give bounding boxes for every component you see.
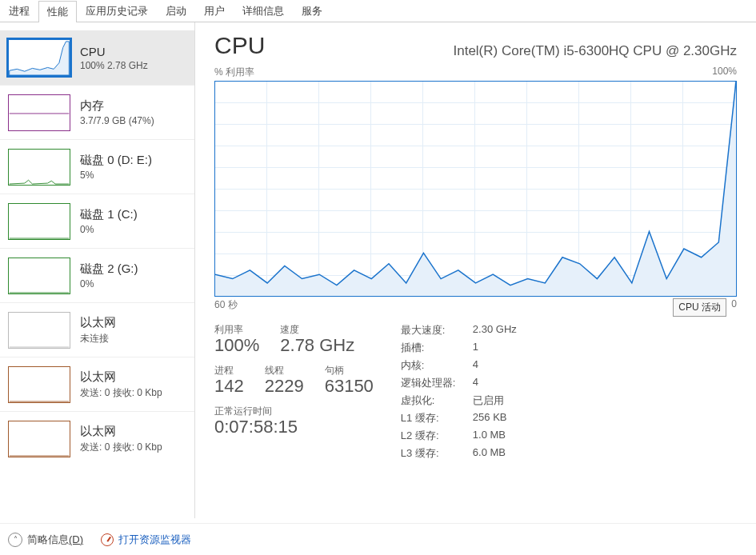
tab-性能[interactable]: 性能: [38, 1, 77, 22]
spec-row: 虚拟化:已启用: [401, 393, 517, 411]
chart-xright: 0: [731, 298, 737, 312]
cpu-chart-svg: [215, 82, 736, 296]
spec-row: L1 缓存:256 KB: [401, 411, 517, 429]
tab-应用历史记录[interactable]: 应用历史记录: [77, 0, 157, 22]
sidebar-item-4[interactable]: 磁盘 2 (G:)0%: [0, 248, 194, 302]
sidebar-title: 磁盘 0 (D: E:): [80, 153, 152, 168]
tab-详细信息[interactable]: 详细信息: [234, 0, 293, 22]
cpu-detail-pane: CPU Intel(R) Core(TM) i5-6300HQ CPU @ 2.…: [195, 22, 756, 518]
sidebar-item-7[interactable]: 以太网发送: 0 接收: 0 Kbp: [0, 411, 194, 465]
tab-启动[interactable]: 启动: [157, 0, 195, 22]
sidebar-title: 以太网: [80, 315, 116, 330]
sidebar-thumb-icon: [8, 366, 70, 403]
resource-monitor-icon: [101, 533, 114, 546]
sidebar-thumb-icon: [8, 39, 70, 76]
cpu-chart[interactable]: CPU 活动: [214, 81, 737, 297]
sidebar-item-3[interactable]: 磁盘 1 (C:)0%: [0, 194, 194, 248]
tab-服务[interactable]: 服务: [293, 0, 331, 22]
sidebar-item-2[interactable]: 磁盘 0 (D: E:)5%: [0, 139, 194, 194]
spec-row: 内核:4: [401, 358, 517, 376]
footer-bar: ˄ 简略信息(D) 打开资源监视器: [0, 523, 756, 555]
sidebar-thumb-icon: [8, 312, 70, 349]
sidebar-subtitle: 100% 2.78 GHz: [80, 60, 148, 71]
sidebar-subtitle: 发送: 0 接收: 0 Kbp: [80, 386, 162, 400]
cpu-specs: 最大速度:2.30 GHz插槽:1内核:4逻辑处理器:4虚拟化:已启用L1 缓存…: [401, 323, 517, 464]
sidebar-subtitle: 发送: 0 接收: 0 Kbp: [80, 441, 162, 454]
sidebar-thumb-icon: [8, 421, 70, 457]
tab-bar: 进程性能应用历史记录启动用户详细信息服务: [0, 0, 756, 22]
sidebar-title: 以太网: [80, 424, 162, 439]
sidebar-item-1[interactable]: 内存3.7/7.9 GB (47%): [0, 85, 194, 139]
sidebar-thumb-icon: [8, 203, 70, 240]
stat-进程: 进程142: [214, 364, 244, 397]
spec-row: 最大速度:2.30 GHz: [401, 323, 517, 341]
chart-xleft: 60 秒: [214, 298, 238, 312]
sidebar-subtitle: 5%: [80, 170, 152, 181]
stat-线程: 线程2229: [265, 364, 304, 397]
sidebar-subtitle: 未连接: [80, 332, 116, 345]
sidebar-subtitle: 3.7/7.9 GB (47%): [80, 115, 154, 126]
cpu-model: Intel(R) Core(TM) i5-6300HQ CPU @ 2.30GH…: [453, 43, 737, 59]
stat-句柄: 句柄63150: [325, 364, 374, 397]
spec-row: 插槽:1: [401, 341, 517, 358]
sidebar-title: 内存: [80, 98, 154, 114]
sidebar-thumb-icon: [8, 94, 70, 131]
sidebar-item-5[interactable]: 以太网未连接: [0, 302, 194, 357]
stat-速度: 速度2.78 GHz: [280, 323, 354, 356]
open-resource-monitor-link[interactable]: 打开资源监视器: [118, 533, 191, 547]
chart-ylabel: % 利用率: [214, 66, 254, 79]
tab-进程[interactable]: 进程: [0, 0, 38, 22]
spec-row: L2 缓存:1.0 MB: [401, 429, 517, 446]
chart-ymax: 100%: [712, 66, 737, 79]
uptime-value: 0:07:58:15: [214, 417, 374, 437]
sidebar-subtitle: 0%: [80, 224, 138, 235]
sidebar-title: CPU: [80, 45, 148, 58]
sidebar-title: 磁盘 2 (G:): [80, 262, 138, 277]
sidebar-thumb-icon: [8, 149, 70, 186]
perf-sidebar: CPU100% 2.78 GHz内存3.7/7.9 GB (47%)磁盘 0 (…: [0, 22, 195, 518]
spec-row: L3 缓存:6.0 MB: [401, 446, 517, 464]
chart-tooltip: CPU 活动: [673, 298, 726, 317]
sidebar-title: 以太网: [80, 369, 162, 385]
sidebar-thumb-icon: [8, 258, 70, 294]
sidebar-title: 磁盘 1 (C:): [80, 207, 138, 222]
sidebar-subtitle: 0%: [80, 278, 138, 289]
sidebar-item-0[interactable]: CPU100% 2.78 GHz: [0, 30, 194, 85]
chevron-up-icon[interactable]: ˄: [8, 533, 22, 547]
summary-link[interactable]: 简略信息(D): [27, 533, 83, 547]
spec-row: 逻辑处理器:4: [401, 376, 517, 393]
sidebar-item-6[interactable]: 以太网发送: 0 接收: 0 Kbp: [0, 357, 194, 411]
tab-用户[interactable]: 用户: [195, 0, 234, 22]
detail-title: CPU: [214, 32, 265, 59]
stat-利用率: 利用率100%: [214, 323, 259, 356]
stats-left: 利用率100%速度2.78 GHz 进程142线程2229句柄63150 正常运…: [214, 323, 374, 464]
